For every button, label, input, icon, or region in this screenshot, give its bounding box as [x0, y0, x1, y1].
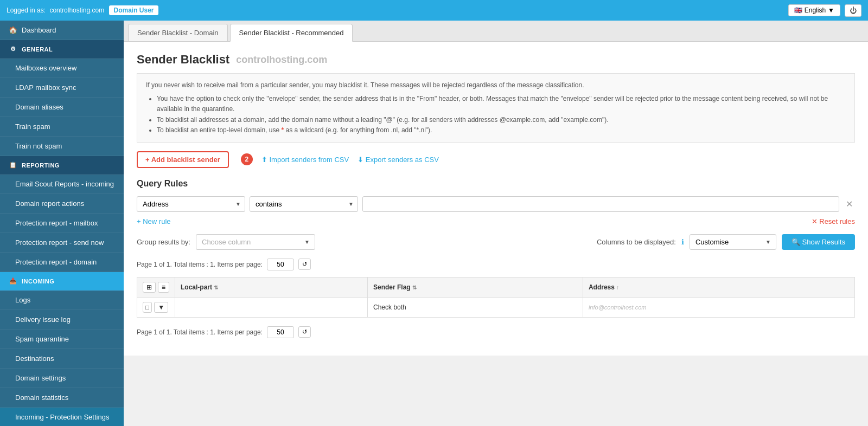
add-blacklist-sender-button[interactable]: + Add blacklist sender: [137, 151, 229, 168]
page-content: Sender Blacklist controlhosting.com If y…: [124, 42, 868, 356]
sidebar-item-label: Logs: [15, 296, 30, 304]
rules-actions-row: + New rule ✕ Reset rules: [137, 217, 855, 225]
sidebar-item-delivery-issue-log[interactable]: Delivery issue log: [0, 310, 124, 330]
row-action-dropdown[interactable]: ▼: [154, 302, 168, 313]
group-right: Columns to be displayed: ℹ Customise 🔍 S…: [597, 234, 855, 250]
sidebar-item-domain-report-actions[interactable]: Domain report actions: [0, 194, 124, 214]
address-sort-icon: ↑: [616, 285, 619, 291]
columns-to-display-label: Columns to be displayed:: [597, 238, 676, 246]
group-results-label: Group results by:: [137, 238, 190, 246]
sidebar-section-label: General: [22, 46, 53, 53]
query-rules-title: Query Rules: [137, 179, 855, 189]
group-results-row: Group results by: Choose column Columns …: [137, 234, 855, 250]
tab-label: Sender Blacklist - Recommended: [239, 29, 344, 37]
row-checkbox[interactable]: □: [143, 302, 152, 313]
pagination-text-top: Page 1 of 1. Total items : 1. Items per …: [137, 261, 263, 268]
logout-icon: ⏻: [850, 7, 857, 15]
sidebar-item-protection-report-send-now[interactable]: Protection report - send now: [0, 233, 124, 253]
sidebar-item-incoming-protection-settings[interactable]: Incoming - Protection Settings: [0, 408, 124, 426]
row-address-cell: info@controlhost.com: [583, 297, 854, 317]
group-column-select[interactable]: Choose column: [196, 234, 315, 250]
page-domain-name: controlhosting.com: [236, 54, 327, 66]
sidebar-item-destinations[interactable]: Destinations: [0, 349, 124, 369]
sidebar-item-train-not-spam[interactable]: Train not spam: [0, 137, 124, 156]
new-rule-button[interactable]: + New rule: [137, 217, 171, 225]
step-badge: 2: [241, 153, 253, 165]
customise-columns-select[interactable]: Customise: [690, 234, 776, 250]
sidebar-item-domain-aliases[interactable]: Domain aliases: [0, 98, 124, 117]
sidebar-item-label: Delivery issue log: [15, 315, 71, 324]
sidebar-item-ldap-mailbox-sync[interactable]: LDAP mailbox sync: [0, 78, 124, 98]
sidebar-item-train-spam[interactable]: Train spam: [0, 117, 124, 137]
sidebar-item-protection-report-domain[interactable]: Protection report - domain: [0, 253, 124, 272]
sidebar-item-spam-quarantine[interactable]: Spam quarantine: [0, 330, 124, 349]
table-header-address: Address ↑: [583, 277, 854, 297]
sidebar-item-domain-settings[interactable]: Domain settings: [0, 369, 124, 388]
info-icon: ℹ: [681, 238, 684, 246]
local-part-sort-icon: ⇅: [214, 285, 218, 291]
sidebar-item-label: Protection report - mailbox: [15, 219, 98, 227]
export-icon-button[interactable]: ⊞: [143, 282, 156, 293]
sidebar-section-general: ⚙ General: [0, 40, 124, 59]
page-title-text: Sender Blacklist: [137, 53, 229, 67]
action-row: + Add blacklist sender 2 ⬆ Import sender…: [137, 151, 855, 168]
columns-icon-button[interactable]: ≡: [158, 282, 169, 293]
sidebar-section-reporting: 📋 Reporting: [0, 156, 124, 175]
address-field-select[interactable]: Address: [137, 196, 245, 212]
incoming-icon: 📥: [9, 277, 17, 285]
per-page-apply-bottom[interactable]: ↺: [298, 326, 311, 338]
sidebar-item-label: Incoming - Protection Settings: [15, 413, 109, 421]
sidebar-section-label: Incoming: [22, 278, 54, 285]
sidebar-item-label: Email Scout Reports - incoming: [15, 180, 114, 188]
row-check-wrapper: □ ▼: [143, 302, 169, 313]
contains-operator-select[interactable]: contains: [250, 196, 358, 212]
main-content: Sender Blacklist - Domain Sender Blackli…: [124, 21, 868, 426]
flag-icon: 🇬🇧: [794, 7, 802, 14]
export-senders-button[interactable]: ⬇ Export senders as CSV: [358, 156, 439, 164]
per-page-input-bottom[interactable]: [267, 326, 294, 338]
info-bullet-3: To blacklist an entire top-level domain,…: [157, 125, 846, 135]
query-value-input[interactable]: [362, 196, 839, 212]
table-row: □ ▼ Check both info@controlhost.com: [137, 297, 855, 317]
per-page-apply-top[interactable]: ↺: [298, 259, 311, 270]
address-value: info@controlhost.com: [589, 304, 647, 311]
sidebar-item-domain-statistics[interactable]: Domain statistics: [0, 388, 124, 408]
sidebar-section-label: Reporting: [22, 162, 60, 169]
row-actions-cell: □ ▼: [137, 297, 175, 317]
dashboard-icon: 🏠: [9, 26, 17, 34]
sidebar: 🏠 Dashboard ⚙ General Mailboxes overview…: [0, 21, 124, 426]
sidebar-item-label: Mailboxes overview: [15, 64, 76, 72]
info-description: If you never wish to receive mail from a…: [146, 80, 846, 91]
table-header-actions: ⊞ ≡: [137, 277, 175, 297]
address-select-wrapper: Address: [137, 196, 245, 212]
sidebar-item-label: Dashboard: [22, 26, 56, 34]
import-senders-button[interactable]: ⬆ Import senders from CSV: [261, 156, 349, 164]
tab-sender-blacklist-recommended[interactable]: Sender Blacklist - Recommended: [230, 24, 353, 42]
sidebar-item-label: Destinations: [15, 354, 54, 363]
info-bullet-2: To blacklist all addresses at a domain, …: [157, 115, 846, 125]
sidebar-item-label: Protection report - send now: [15, 238, 104, 247]
sidebar-item-email-scout-reports[interactable]: Email Scout Reports - incoming: [0, 175, 124, 194]
sidebar-item-label: Domain settings: [15, 374, 66, 382]
query-rules-section: Query Rules Address contains ✕: [137, 179, 855, 250]
language-selector[interactable]: 🇬🇧 English ▼: [788, 4, 840, 16]
sidebar-item-mailboxes-overview[interactable]: Mailboxes overview: [0, 59, 124, 78]
query-rule-row: Address contains ✕: [137, 196, 855, 212]
sidebar-item-protection-report-mailbox[interactable]: Protection report - mailbox: [0, 214, 124, 233]
pagination-text-bottom: Page 1 of 1. Total items : 1. Items per …: [137, 328, 263, 336]
info-bullet-1: You have the option to check only the "e…: [157, 94, 846, 114]
reset-rules-button[interactable]: ✕ Reset rules: [812, 217, 855, 225]
show-results-button[interactable]: 🔍 Show Results: [782, 234, 855, 250]
table-header-row: ⊞ ≡ Local-part ⇅ Sender Flag ⇅: [137, 277, 855, 297]
clear-query-button[interactable]: ✕: [844, 199, 855, 209]
sidebar-item-dashboard[interactable]: 🏠 Dashboard: [0, 21, 124, 40]
logout-button[interactable]: ⏻: [845, 4, 861, 17]
contains-select-wrapper: contains: [250, 196, 358, 212]
sidebar-item-label: Domain aliases: [15, 103, 63, 111]
sidebar-item-label: Spam quarantine: [15, 335, 69, 343]
sidebar-item-logs[interactable]: Logs: [0, 291, 124, 310]
top-bar: Logged in as: controlhosting.com Domain …: [0, 0, 868, 21]
tabs-bar: Sender Blacklist - Domain Sender Blackli…: [124, 21, 868, 42]
tab-sender-blacklist-domain[interactable]: Sender Blacklist - Domain: [128, 24, 228, 41]
per-page-input-top[interactable]: [267, 259, 294, 270]
